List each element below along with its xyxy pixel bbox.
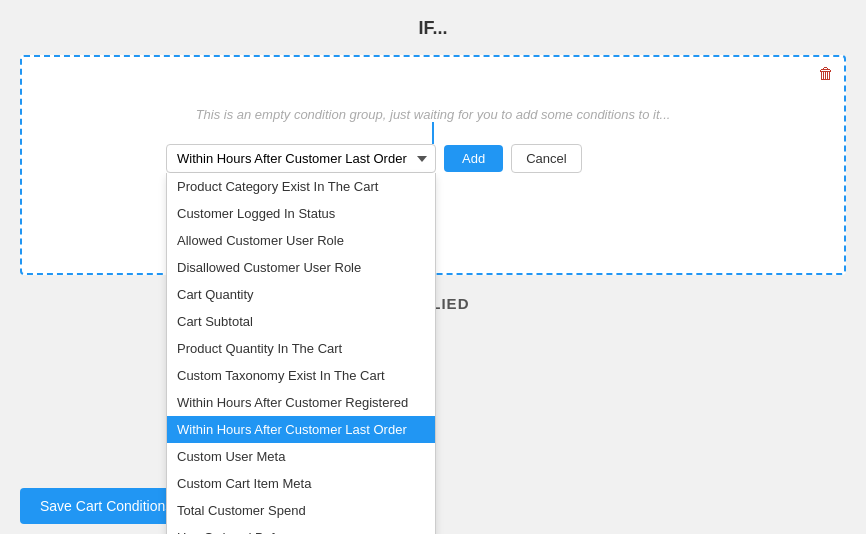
- dropdown-row: Product Category Exist In The CartCustom…: [166, 144, 830, 173]
- dropdown-item[interactable]: Custom Cart Item Meta: [167, 470, 435, 497]
- dropdown-container: Product Category Exist In The CartCustom…: [166, 144, 436, 173]
- dropdown-item[interactable]: Product Quantity In The Cart: [167, 335, 435, 362]
- cancel-button[interactable]: Cancel: [511, 144, 581, 173]
- dropdown-item[interactable]: Customer Logged In Status: [167, 200, 435, 227]
- dropdown-item[interactable]: Has Ordered Before: [167, 524, 435, 534]
- dropdown-item[interactable]: Cart Quantity: [167, 281, 435, 308]
- page-wrapper: IF... 🗑 This is an empty condition group…: [0, 0, 866, 534]
- condition-group: 🗑 This is an empty condition group, just…: [20, 55, 846, 275]
- connector-line: [432, 122, 434, 144]
- dropdown-item[interactable]: Total Customer Spend: [167, 497, 435, 524]
- dropdown-list: Product Category Exist In The CartCustom…: [166, 173, 436, 534]
- dropdown-item[interactable]: Custom User Meta: [167, 443, 435, 470]
- dropdown-item[interactable]: Disallowed Customer User Role: [167, 254, 435, 281]
- dropdown-item[interactable]: Within Hours After Customer Registered: [167, 389, 435, 416]
- main-content: IF... 🗑 This is an empty condition group…: [0, 0, 866, 478]
- add-button[interactable]: Add: [444, 145, 503, 172]
- empty-condition-message: This is an empty condition group, just w…: [36, 107, 830, 122]
- dropdown-item[interactable]: Cart Subtotal: [167, 308, 435, 335]
- dropdown-item[interactable]: Within Hours After Customer Last Order: [167, 416, 435, 443]
- dropdown-item[interactable]: Product Category Exist In The Cart: [167, 173, 435, 200]
- dropdown-item[interactable]: Allowed Customer User Role: [167, 227, 435, 254]
- page-title: IF...: [20, 18, 846, 39]
- condition-type-select[interactable]: Product Category Exist In The CartCustom…: [166, 144, 436, 173]
- dropdown-item[interactable]: Custom Taxonomy Exist In The Cart: [167, 362, 435, 389]
- coupon-area: BE APPLIED: [370, 295, 846, 312]
- trash-icon[interactable]: 🗑: [818, 65, 834, 83]
